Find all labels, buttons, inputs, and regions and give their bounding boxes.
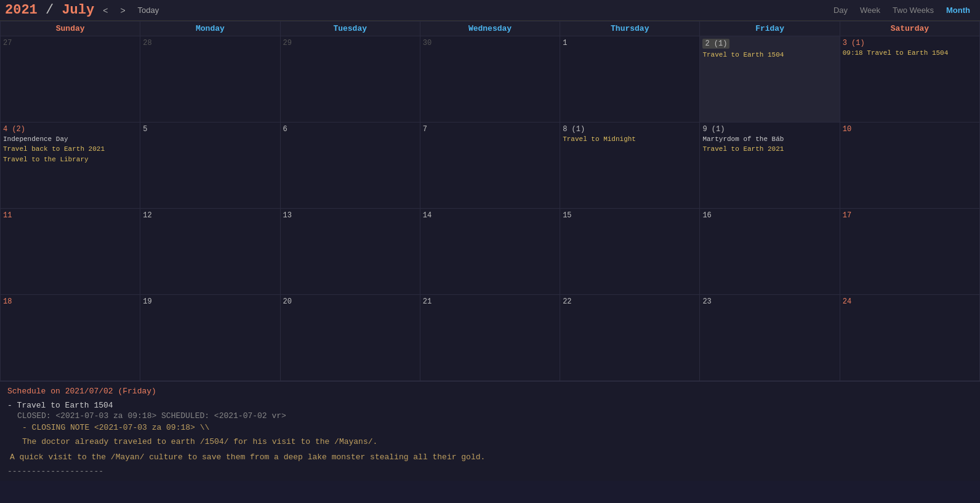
header-left: 2021 / July < > Today bbox=[5, 2, 163, 18]
day-number: 20 bbox=[283, 297, 417, 306]
day-number: 6 bbox=[283, 125, 417, 134]
cal-cell-w3d6[interactable]: 24 bbox=[840, 295, 979, 381]
calendar-event[interactable]: Travel to Earth 1504 bbox=[702, 50, 837, 60]
cal-cell-w1d6[interactable]: 10 bbox=[840, 123, 979, 209]
schedule-item-desc: A quick visit to the /Mayan/ culture to … bbox=[10, 453, 564, 462]
cal-cell-w0d0[interactable]: 27 bbox=[1, 36, 140, 123]
schedule-panel: Schedule on 2021/07/02 (Friday) - Travel… bbox=[0, 381, 980, 481]
calendar-event[interactable]: Travel to the Library bbox=[3, 155, 137, 164]
day-number: 13 bbox=[283, 211, 417, 220]
schedule-item-title: - Travel to Earth 1504 bbox=[7, 401, 973, 410]
day-number: 11 bbox=[3, 211, 137, 220]
cal-cell-w1d2[interactable]: 6 bbox=[280, 123, 420, 209]
prev-button[interactable]: < bbox=[99, 4, 111, 17]
schedule-item-note: The doctor already traveled to earth /15… bbox=[22, 436, 576, 449]
day-header-tuesday: Tuesday bbox=[280, 22, 420, 36]
cal-cell-w0d5[interactable]: 2 (1)Travel to Earth 1504 bbox=[700, 36, 840, 123]
day-number: 27 bbox=[3, 39, 137, 47]
cal-cell-w0d3[interactable]: 30 bbox=[420, 36, 560, 123]
day-number: 16 bbox=[702, 211, 837, 220]
today-button[interactable]: Today bbox=[134, 4, 163, 16]
cal-cell-w3d0[interactable]: 18 bbox=[1, 295, 140, 381]
view-two-weeks-button[interactable]: Two Weeks bbox=[888, 4, 939, 16]
cal-cell-w1d0[interactable]: 4 (2)Independence DayTravel back to Eart… bbox=[1, 123, 140, 209]
view-switcher: Day Week Two Weeks Month bbox=[829, 4, 975, 16]
calendar-header: 2021 / July < > Today Day Week Two Weeks… bbox=[0, 0, 980, 21]
schedule-item-note: - CLOSING NOTE <2021-07-03 za 09:18> \\ bbox=[22, 422, 576, 435]
day-header-sunday: Sunday bbox=[1, 22, 140, 36]
cal-cell-w0d1[interactable]: 28 bbox=[140, 36, 280, 123]
day-number: 10 bbox=[843, 125, 977, 134]
cal-cell-w2d1[interactable]: 12 bbox=[140, 209, 280, 295]
schedule-items: - Travel to Earth 1504CLOSED: <2021-07-0… bbox=[7, 401, 973, 462]
cal-cell-w3d2[interactable]: 20 bbox=[280, 295, 420, 381]
day-number: 15 bbox=[563, 211, 697, 220]
day-number: 17 bbox=[843, 211, 977, 220]
day-number: 30 bbox=[423, 39, 557, 47]
day-number: 22 bbox=[563, 297, 697, 306]
next-button[interactable]: > bbox=[116, 4, 129, 17]
view-day-button[interactable]: Day bbox=[829, 4, 853, 16]
day-header-monday: Monday bbox=[140, 22, 280, 36]
day-number: 21 bbox=[423, 297, 557, 306]
day-number: 4 (2) bbox=[3, 125, 137, 134]
cal-cell-w3d3[interactable]: 21 bbox=[420, 295, 560, 381]
cal-cell-w1d5[interactable]: 9 (1)Martyrdom of the BábTravel to Earth… bbox=[700, 123, 840, 209]
schedule-day: (Friday) bbox=[118, 387, 156, 396]
cal-cell-w3d4[interactable]: 22 bbox=[560, 295, 700, 381]
day-header-saturday: Saturday bbox=[840, 22, 979, 36]
cal-cell-w1d1[interactable]: 5 bbox=[140, 123, 280, 209]
separator: / bbox=[38, 2, 62, 18]
day-number: 7 bbox=[423, 125, 557, 134]
day-number: 5 bbox=[143, 125, 277, 134]
calendar-event[interactable]: Travel to Midnight bbox=[563, 135, 697, 144]
day-number: 29 bbox=[283, 39, 417, 47]
day-number: 8 (1) bbox=[563, 125, 697, 134]
cal-cell-w0d6[interactable]: 3 (1)09:18 Travel to Earth 1504 bbox=[840, 36, 979, 123]
day-number: 3 (1) bbox=[843, 39, 977, 47]
cal-cell-w2d5[interactable]: 16 bbox=[700, 209, 840, 295]
day-number: 1 bbox=[563, 39, 697, 47]
day-number: 2 (1) bbox=[702, 39, 729, 49]
day-badge: Independence Day bbox=[3, 135, 137, 144]
day-number: 9 (1) bbox=[702, 125, 837, 134]
calendar-event[interactable]: Travel to Earth 2021 bbox=[702, 145, 837, 154]
cal-cell-w2d4[interactable]: 15 bbox=[560, 209, 700, 295]
cal-cell-w0d4[interactable]: 1 bbox=[560, 36, 700, 123]
schedule-title: Schedule on 2021/07/02 (Friday) bbox=[7, 387, 973, 396]
calendar-grid: SundayMondayTuesdayWednesdayThursdayFrid… bbox=[0, 21, 980, 381]
day-number: 28 bbox=[143, 39, 277, 47]
schedule-title-prefix: Schedule on bbox=[7, 387, 65, 396]
cal-cell-w1d4[interactable]: 8 (1)Travel to Midnight bbox=[560, 123, 700, 209]
cal-cell-w1d3[interactable]: 7 bbox=[420, 123, 560, 209]
day-number: 18 bbox=[3, 297, 137, 306]
view-month-button[interactable]: Month bbox=[941, 4, 975, 16]
view-week-button[interactable]: Week bbox=[855, 4, 885, 16]
cal-cell-w3d5[interactable]: 23 bbox=[700, 295, 840, 381]
day-number: 14 bbox=[423, 211, 557, 220]
calendar-event[interactable]: 09:18 Travel to Earth 1504 bbox=[843, 49, 977, 58]
day-number: 24 bbox=[843, 297, 977, 306]
day-badge: Martyrdom of the Báb bbox=[702, 135, 837, 144]
schedule-separator: -------------------- bbox=[7, 467, 973, 476]
day-number: 12 bbox=[143, 211, 277, 220]
day-number: 19 bbox=[143, 297, 277, 306]
cal-cell-w2d3[interactable]: 14 bbox=[420, 209, 560, 295]
schedule-item-meta: CLOSED: <2021-07-03 za 09:18> SCHEDULED:… bbox=[17, 411, 973, 421]
cal-cell-w2d6[interactable]: 17 bbox=[840, 209, 979, 295]
day-header-thursday: Thursday bbox=[560, 22, 700, 36]
month-label: July bbox=[62, 2, 94, 18]
cal-cell-w3d1[interactable]: 19 bbox=[140, 295, 280, 381]
schedule-date: 2021/07/02 bbox=[65, 387, 113, 396]
calendar-title: 2021 / July bbox=[5, 2, 94, 18]
day-number: 23 bbox=[702, 297, 837, 306]
cal-cell-w0d2[interactable]: 29 bbox=[280, 36, 420, 123]
day-header-friday: Friday bbox=[700, 22, 840, 36]
day-header-wednesday: Wednesday bbox=[420, 22, 560, 36]
cal-cell-w2d0[interactable]: 11 bbox=[1, 209, 140, 295]
calendar-event[interactable]: Travel back to Earth 2021 bbox=[3, 145, 137, 154]
year-label: 2021 bbox=[5, 2, 38, 18]
cal-cell-w2d2[interactable]: 13 bbox=[280, 209, 420, 295]
